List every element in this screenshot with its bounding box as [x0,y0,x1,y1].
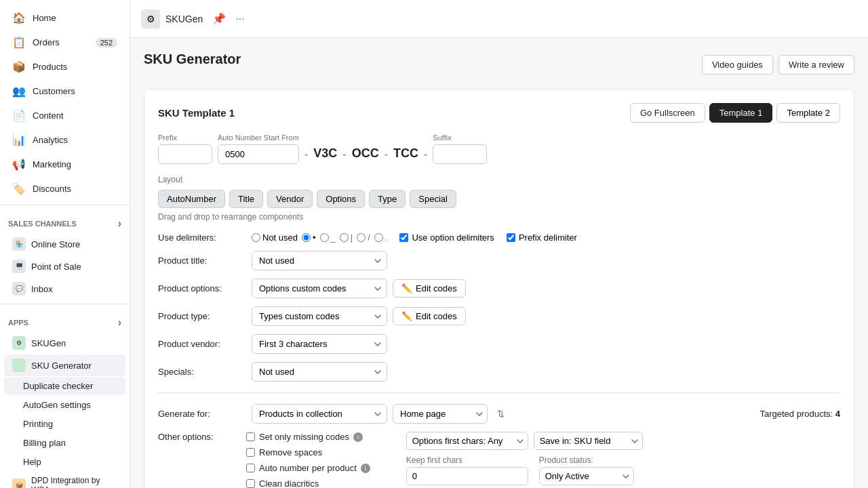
content-area: SKU Generator Video guides Write a revie… [130,38,868,488]
generate-for-label: Generate for: [158,409,246,419]
product-status-select[interactable]: Only Active All Draft [539,467,634,485]
delimiter-slash[interactable]: / [357,232,370,243]
other-options-label: Other options: [158,432,246,442]
save-in-select[interactable]: Save in: SKU field Save in: Barcode fiel… [534,432,643,450]
chip-vendor[interactable]: Vendor [267,190,313,208]
use-option-delimiters-check[interactable]: Use option delimiters [399,232,494,243]
product-options-select[interactable]: Options custom codes Not used Full optio… [252,279,387,298]
sidebar-item-billing-plan[interactable]: Billing plan [4,434,125,452]
sidebar-item-products[interactable]: 📦 Products [4,55,125,79]
more-options-icon[interactable]: ··· [235,13,244,25]
write-review-button[interactable]: Write a review [778,55,854,75]
sidebar-item-printing[interactable]: Printing [4,415,125,433]
template2-button[interactable]: Template 2 [776,103,840,123]
pin-icon[interactable]: 📌 [212,12,226,25]
chip-type[interactable]: Type [369,190,406,208]
sidebar-item-duplicate-checker[interactable]: Duplicate checker [4,377,125,395]
use-option-delimiters-checkbox[interactable] [399,233,408,242]
template-actions: Go Fullscreen Template 1 Template 2 [630,103,840,123]
keep-first-chars-input[interactable] [406,467,528,485]
orders-icon: 📋 [12,36,26,49]
sidebar-item-dpd[interactable]: 📦 DPD Integration by WSA [4,472,125,488]
sidebar-item-orders[interactable]: 📋 Orders 252 [4,30,125,54]
sidebar-item-content[interactable]: 📄 Content [4,104,125,127]
delimiter-not-used-radio[interactable] [252,233,260,242]
edit-type-codes-button[interactable]: ✏️ Edit codes [393,307,466,325]
delimiter-period[interactable]: . [374,232,388,243]
delimiter-not-used[interactable]: Not used [252,232,298,243]
auto-number-group: Auto Number Start From [218,134,299,164]
product-vendor-select[interactable]: First 3 characters Not used Full vendor … [252,334,387,354]
sidebar-item-point-of-sale[interactable]: 🖥️ Point of Sale [4,256,125,277]
sidebar: 🏠 Home 📋 Orders 252 📦 Products 👥 Custome… [0,0,130,488]
sidebar-nav-label: Billing plan [23,438,66,448]
sidebar-nav-label: SKUGen [31,338,66,348]
sidebar-item-marketing[interactable]: 📢 Marketing [4,152,125,176]
separator-1: - [304,148,308,161]
layout-label: Layout [158,175,840,184]
auto-number-per-product-checkbox[interactable] [246,464,255,472]
template1-button[interactable]: Template 1 [709,103,773,123]
delimiter-pipe[interactable]: | [340,232,353,243]
sidebar-nav-label: Online Store [31,239,80,249]
video-guides-button[interactable]: Video guides [702,55,773,75]
clean-diacritics-row[interactable]: Clean diacritics [246,479,372,488]
sidebar-item-customers[interactable]: 👥 Customers [4,79,125,103]
chip-autonumber[interactable]: AutoNumber [158,190,225,208]
sidebar-item-sku-generator[interactable]: SKU Generator [4,354,125,376]
fullscreen-button[interactable]: Go Fullscreen [630,103,705,123]
auto-number-per-product-row[interactable]: Auto number per product i [246,463,372,473]
sidebar-item-analytics[interactable]: 📊 Analytics [4,128,125,152]
sidebar-item-online-store[interactable]: 🏪 Online Store [4,233,125,255]
chip-title[interactable]: Title [229,190,263,208]
delimiter-dot-radio[interactable] [302,233,311,242]
sidebar-item-autogen-settings[interactable]: AutoGen settings [4,396,125,414]
sku-gen-icon [12,359,26,372]
delimiter-underscore[interactable]: _ [320,232,336,243]
product-status-label: Product status: [539,455,634,465]
auto-number-input[interactable] [218,144,299,164]
generate-for-select[interactable]: Products in collection All products Sele… [252,404,387,424]
edit-options-codes-button[interactable]: ✏️ Edit codes [393,279,466,298]
delimiter-underscore-radio[interactable] [320,233,329,242]
inbox-icon: 💬 [12,282,26,296]
layout-chips: AutoNumber Title Vendor Options Type Spe… [158,190,840,208]
set-only-missing-checkbox[interactable] [246,432,255,441]
chip-options[interactable]: Options [317,190,365,208]
chip-special[interactable]: Special [410,190,456,208]
delimiter-period-radio[interactable] [374,233,383,242]
sidebar-item-inbox[interactable]: 💬 Inbox [4,278,125,300]
sidebar-item-home[interactable]: 🏠 Home [4,6,125,30]
expand-sales-icon[interactable]: › [118,218,121,230]
prefix-group: Prefix [158,134,212,164]
product-vendor-label: Product vendor: [158,339,246,349]
suffix-input[interactable] [433,144,487,164]
clean-diacritics-checkbox[interactable] [246,479,255,488]
marketing-icon: 📢 [12,158,26,171]
specials-select[interactable]: Not used Season Year [252,362,387,382]
remove-spaces-checkbox[interactable] [246,448,255,457]
delimiter-slash-radio[interactable] [357,233,366,242]
product-title-select[interactable]: Not used Full title First word First 3 c… [252,251,387,270]
sidebar-nav-label: SKU Generator [31,361,92,371]
sidebar-nav-label: Products [33,62,67,72]
prefix-input[interactable] [158,144,212,164]
sidebar-item-discounts[interactable]: 🏷️ Discounts [4,177,125,201]
sidebar-nav-label: Customers [33,86,75,96]
delimiter-dot[interactable]: • [302,232,316,243]
product-options-label: Product options: [158,283,246,293]
collection-select[interactable]: Home page All Frontpage [393,404,488,424]
set-only-missing-row[interactable]: Set only missing codes i [246,432,372,442]
content-icon: 📄 [12,109,26,122]
expand-apps-icon[interactable]: › [118,317,121,329]
remove-spaces-row[interactable]: Remove spaces [246,447,372,458]
prefix-delimiter-check[interactable]: Prefix delimiter [507,232,577,243]
delimiter-pipe-radio[interactable] [340,233,349,242]
sidebar-item-help[interactable]: Help [4,453,125,471]
pencil-icon: ✏️ [401,283,412,293]
prefix-delimiter-checkbox[interactable] [507,233,515,242]
product-type-select[interactable]: Types custom codes Not used Full type Fi… [252,306,387,326]
options-first-chars-select[interactable]: Options first chars: Any Options first c… [406,432,528,450]
skugen-icon: ⚙ [12,336,26,350]
sidebar-item-skugen[interactable]: ⚙ SKUGen [4,332,125,354]
